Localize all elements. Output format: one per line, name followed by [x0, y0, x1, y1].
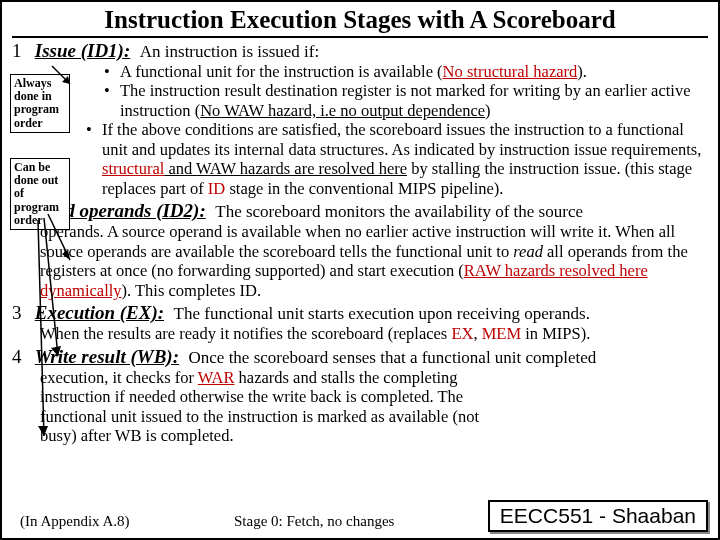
text: in MIPS). — [521, 324, 590, 343]
slide: Instruction Execution Stages with A Scor… — [0, 0, 720, 540]
text: and — [164, 159, 196, 178]
text: ) — [485, 101, 491, 120]
stage-3-body: When the results are ready it notifies t… — [40, 324, 708, 343]
text: stage in the conventional MIPS pipeline)… — [225, 179, 503, 198]
text: i.e no output dependence — [316, 101, 485, 120]
text: read — [513, 242, 547, 261]
text: MEM — [482, 324, 521, 343]
text: If the above conditions are satisfied, t… — [102, 120, 701, 158]
svg-marker-7 — [38, 426, 48, 436]
arrow-icon — [28, 218, 76, 448]
stage-2-body: operands. A source operand is available … — [40, 222, 708, 300]
stage-3-heading: 3 Execution (EX): The functional unit st… — [12, 302, 708, 324]
arrow-icon — [48, 62, 88, 92]
stage-1-num: 1 — [12, 40, 30, 62]
stage-4: 4 Write result (WB): Once the scoreboard… — [12, 346, 708, 446]
text: A functional unit for the instruction is… — [120, 62, 443, 81]
text: WAW hazards are resolved here — [196, 159, 407, 178]
stage-1: 1 Issue (ID1): An instruction is issued … — [12, 40, 708, 198]
footer-reference: (In Appendix A.8) — [20, 513, 130, 530]
stage-2-intro: The scoreboard monitors the availability… — [215, 202, 583, 221]
stage-3-intro: The functional unit starts execution upo… — [174, 304, 590, 323]
stage-3: 3 Execution (EX): The functional unit st… — [12, 302, 708, 343]
svg-line-6 — [38, 220, 44, 436]
text: , — [473, 324, 481, 343]
stage-4-body: execution, it checks for WAR hazards and… — [40, 368, 708, 446]
text: ID — [208, 179, 225, 198]
footer-brand: EECC551 - Shaaban — [488, 500, 708, 532]
stage-1-intro: An instruction is issued if: — [140, 42, 319, 61]
stage-1-heading: 1 Issue (ID1): An instruction is issued … — [12, 40, 708, 62]
stage-1-bullet-3: If the above conditions are satisfied, t… — [86, 120, 708, 198]
slide-title: Instruction Execution Stages with A Scor… — [12, 6, 708, 38]
stage-1-bullet-2: The instruction result destination regis… — [104, 81, 708, 120]
footer-stage0: Stage 0: Fetch, no changes — [234, 513, 394, 530]
stage-4-intro: Once the scoreboard senses that a functi… — [189, 348, 597, 367]
stage-1-bullet-1: A functional unit for the instruction is… — [104, 62, 708, 81]
stage-1-bullets: A functional unit for the instruction is… — [104, 62, 708, 198]
stage-2-heading: 2 Read operands (ID2): The scoreboard mo… — [12, 200, 708, 222]
hazard-war: WAR — [198, 368, 235, 387]
stage-4-heading: 4 Write result (WB): Once the scoreboard… — [12, 346, 708, 368]
stage-1-name: Issue (ID1): — [35, 40, 131, 61]
text: ). — [577, 62, 587, 81]
text: When the results are ready it notifies t… — [40, 324, 451, 343]
text: ). This completes ID. — [122, 281, 261, 300]
stage-2: 2 Read operands (ID2): The scoreboard mo… — [12, 200, 708, 300]
hazard-waw: No WAW hazard, — [200, 101, 316, 120]
text: EX — [451, 324, 473, 343]
text: structural — [102, 159, 164, 178]
hazard-structural: No structural hazard — [443, 62, 578, 81]
